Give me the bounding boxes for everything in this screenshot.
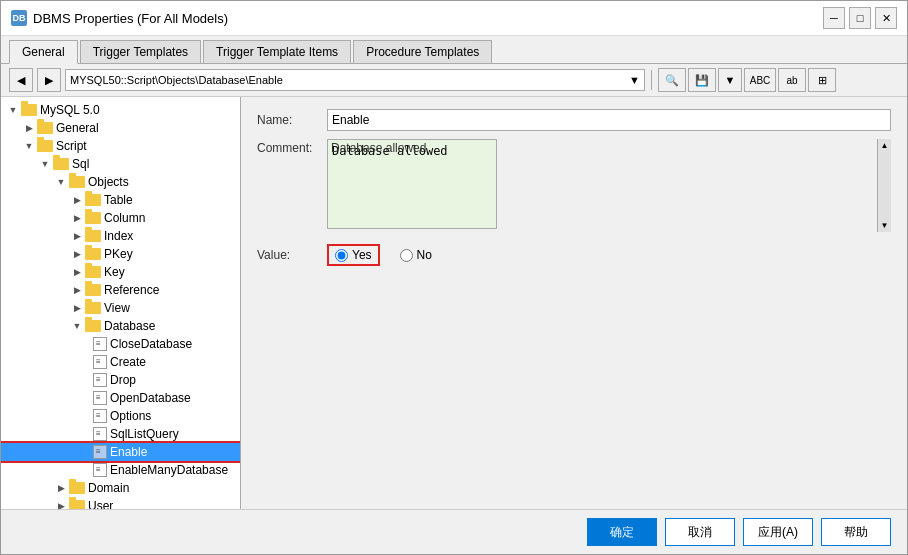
ok-button[interactable]: 确定 (587, 518, 657, 546)
value-label: Value: (257, 248, 327, 262)
expand-icon-reference: ▶ (69, 282, 85, 298)
search-button[interactable]: 🔍 (658, 68, 686, 92)
tree-item-domain[interactable]: ▶ Domain (1, 479, 240, 497)
toolbar: ◀ ▶ MYSQL50::Script\Objects\Database\Ena… (1, 64, 907, 97)
tree-item-table[interactable]: ▶ Table (1, 191, 240, 209)
yes-radio[interactable] (335, 249, 348, 262)
tab-procedure-templates[interactable]: Procedure Templates (353, 40, 492, 63)
tree-item-drop[interactable]: Drop (1, 371, 240, 389)
tree-label-column: Column (104, 211, 145, 225)
expand-icon-column: ▶ (69, 210, 85, 226)
tab-trigger-templates[interactable]: Trigger Templates (80, 40, 201, 63)
yes-radio-container: Yes (327, 244, 380, 266)
expand-icon-sql: ▼ (37, 156, 53, 172)
back-button[interactable]: ◀ (9, 68, 33, 92)
app-icon: DB (11, 10, 27, 26)
script-icon-sqllistquery (93, 427, 107, 441)
tree-label-key: Key (104, 265, 125, 279)
dropdown-arrow-icon: ▼ (629, 74, 640, 86)
expand-icon-database: ▼ (69, 318, 85, 334)
expand-icon-opendatabase (85, 390, 93, 406)
expand-icon-domain: ▶ (53, 480, 69, 496)
no-radio[interactable] (400, 249, 413, 262)
folder-icon-user (69, 500, 85, 509)
tree-item-column[interactable]: ▶ Column (1, 209, 240, 227)
main-window: DB DBMS Properties (For All Models) ─ □ … (0, 0, 908, 555)
tree-label-opendatabase: OpenDatabase (110, 391, 191, 405)
tree-item-script[interactable]: ▼ Script (1, 137, 240, 155)
script-icon-opendatabase (93, 391, 107, 405)
tree-item-general[interactable]: ▶ General (1, 119, 240, 137)
tree-label-enable: Enable (110, 445, 147, 459)
forward-button[interactable]: ▶ (37, 68, 61, 92)
tree-label-index: Index (104, 229, 133, 243)
comment-textarea[interactable] (327, 139, 497, 229)
maximize-button[interactable]: □ (849, 7, 871, 29)
expand-icon-general: ▶ (21, 120, 37, 136)
tree-item-sqllistquery[interactable]: SqlListQuery (1, 425, 240, 443)
tree-item-options[interactable]: Options (1, 407, 240, 425)
tree-item-view[interactable]: ▶ View (1, 299, 240, 317)
cancel-button[interactable]: 取消 (665, 518, 735, 546)
expand-icon-closedatabase (85, 336, 93, 352)
title-bar: DB DBMS Properties (For All Models) ─ □ … (1, 1, 907, 36)
tree-label-sqllistquery: SqlListQuery (110, 427, 179, 441)
help-button[interactable]: 帮助 (821, 518, 891, 546)
abc-button[interactable]: ABC (744, 68, 776, 92)
expand-icon-pkey: ▶ (69, 246, 85, 262)
expand-icon-view: ▶ (69, 300, 85, 316)
toolbar-actions: 🔍 💾 ▼ ABC ab ⊞ (658, 68, 836, 92)
tree-item-mysql50[interactable]: ▼ MySQL 5.0 (1, 101, 240, 119)
tree-label-create: Create (110, 355, 146, 369)
main-content: ▼ MySQL 5.0 ▶ General ▼ Script ▼ Sql (1, 97, 907, 509)
path-dropdown[interactable]: MYSQL50::Script\Objects\Database\Enable … (65, 69, 645, 91)
save-button[interactable]: 💾 (688, 68, 716, 92)
folder-icon-general (37, 122, 53, 134)
script-icon-drop (93, 373, 107, 387)
save-dropdown-button[interactable]: ▼ (718, 68, 742, 92)
tree-item-database[interactable]: ▼ Database (1, 317, 240, 335)
tree-item-enablemanydatabase[interactable]: EnableManyDatabase (1, 461, 240, 479)
tree-label-enablemanydatabase: EnableManyDatabase (110, 463, 228, 477)
tree-label-user: User (88, 499, 113, 509)
tree-item-reference[interactable]: ▶ Reference (1, 281, 240, 299)
apply-button[interactable]: 应用(A) (743, 518, 813, 546)
tree-label-reference: Reference (104, 283, 159, 297)
folder-icon-script (37, 140, 53, 152)
scrollbar-down-icon[interactable]: ▼ (881, 221, 889, 230)
bottom-bar: 确定 取消 应用(A) 帮助 (1, 509, 907, 554)
tab-general[interactable]: General (9, 40, 78, 64)
minimize-button[interactable]: ─ (823, 7, 845, 29)
folder-icon-database (85, 320, 101, 332)
no-radio-item: No (400, 248, 432, 262)
folder-icon-domain (69, 482, 85, 494)
scrollbar-up-icon[interactable]: ▲ (881, 141, 889, 150)
close-button[interactable]: ✕ (875, 7, 897, 29)
comment-row: Comment: Database allowed ▲ ▼ (257, 139, 891, 232)
folder-icon-sql (53, 158, 69, 170)
name-input[interactable] (327, 109, 891, 131)
title-controls: ─ □ ✕ (823, 7, 897, 29)
tree-label-mysql50: MySQL 5.0 (40, 103, 100, 117)
spell-button[interactable]: ab (778, 68, 806, 92)
tree-item-pkey[interactable]: ▶ PKey (1, 245, 240, 263)
tree-item-sql[interactable]: ▼ Sql (1, 155, 240, 173)
folder-icon-mysql50 (21, 104, 37, 116)
tree-item-user[interactable]: ▶ User (1, 497, 240, 509)
tree-item-closedatabase[interactable]: CloseDatabase (1, 335, 240, 353)
folder-icon-view (85, 302, 101, 314)
tree-item-enable[interactable]: Enable (1, 443, 240, 461)
folder-icon-key (85, 266, 101, 278)
comment-label: Comment: (257, 139, 327, 155)
tab-trigger-template-items[interactable]: Trigger Template Items (203, 40, 351, 63)
yes-label: Yes (352, 248, 372, 262)
tree-item-key[interactable]: ▶ Key (1, 263, 240, 281)
extra-button[interactable]: ⊞ (808, 68, 836, 92)
name-label: Name: (257, 113, 327, 127)
tree-item-objects[interactable]: ▼ Objects (1, 173, 240, 191)
tree-label-domain: Domain (88, 481, 129, 495)
tree-item-opendatabase[interactable]: OpenDatabase (1, 389, 240, 407)
tree-label-sql: Sql (72, 157, 89, 171)
tree-item-index[interactable]: ▶ Index (1, 227, 240, 245)
tree-item-create[interactable]: Create (1, 353, 240, 371)
